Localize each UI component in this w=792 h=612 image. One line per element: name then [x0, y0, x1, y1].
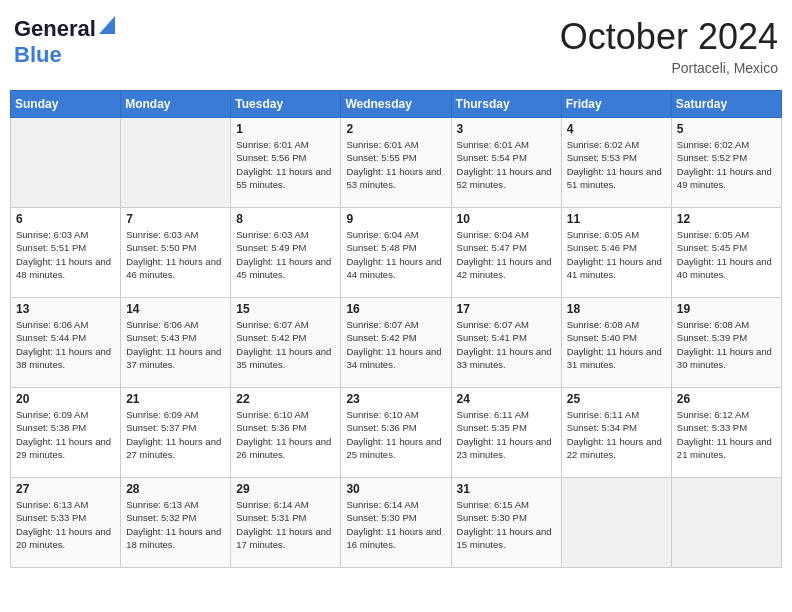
- day-number: 29: [236, 482, 335, 496]
- title-block: October 2024 Portaceli, Mexico: [560, 16, 778, 76]
- day-detail: Sunrise: 6:14 AMSunset: 5:31 PMDaylight:…: [236, 498, 335, 551]
- day-cell: 16Sunrise: 6:07 AMSunset: 5:42 PMDayligh…: [341, 298, 451, 388]
- day-cell: 18Sunrise: 6:08 AMSunset: 5:40 PMDayligh…: [561, 298, 671, 388]
- page-header: General Blue October 2024 Portaceli, Mex…: [10, 10, 782, 82]
- day-cell: 8Sunrise: 6:03 AMSunset: 5:49 PMDaylight…: [231, 208, 341, 298]
- day-number: 21: [126, 392, 225, 406]
- day-number: 24: [457, 392, 556, 406]
- day-cell: 26Sunrise: 6:12 AMSunset: 5:33 PMDayligh…: [671, 388, 781, 478]
- day-cell: 14Sunrise: 6:06 AMSunset: 5:43 PMDayligh…: [121, 298, 231, 388]
- day-cell: 1Sunrise: 6:01 AMSunset: 5:56 PMDaylight…: [231, 118, 341, 208]
- day-number: 15: [236, 302, 335, 316]
- day-cell: 12Sunrise: 6:05 AMSunset: 5:45 PMDayligh…: [671, 208, 781, 298]
- day-cell: 3Sunrise: 6:01 AMSunset: 5:54 PMDaylight…: [451, 118, 561, 208]
- day-detail: Sunrise: 6:13 AMSunset: 5:32 PMDaylight:…: [126, 498, 225, 551]
- day-detail: Sunrise: 6:09 AMSunset: 5:37 PMDaylight:…: [126, 408, 225, 461]
- day-detail: Sunrise: 6:05 AMSunset: 5:45 PMDaylight:…: [677, 228, 776, 281]
- day-cell: [121, 118, 231, 208]
- week-row-1: 1Sunrise: 6:01 AMSunset: 5:56 PMDaylight…: [11, 118, 782, 208]
- day-detail: Sunrise: 6:03 AMSunset: 5:51 PMDaylight:…: [16, 228, 115, 281]
- day-detail: Sunrise: 6:10 AMSunset: 5:36 PMDaylight:…: [236, 408, 335, 461]
- day-cell: 28Sunrise: 6:13 AMSunset: 5:32 PMDayligh…: [121, 478, 231, 568]
- day-number: 7: [126, 212, 225, 226]
- day-detail: Sunrise: 6:08 AMSunset: 5:39 PMDaylight:…: [677, 318, 776, 371]
- day-cell: 13Sunrise: 6:06 AMSunset: 5:44 PMDayligh…: [11, 298, 121, 388]
- day-number: 20: [16, 392, 115, 406]
- day-number: 1: [236, 122, 335, 136]
- day-detail: Sunrise: 6:13 AMSunset: 5:33 PMDaylight:…: [16, 498, 115, 551]
- day-detail: Sunrise: 6:15 AMSunset: 5:30 PMDaylight:…: [457, 498, 556, 551]
- calendar-header-row: SundayMondayTuesdayWednesdayThursdayFrid…: [11, 91, 782, 118]
- logo-text-blue: Blue: [14, 42, 62, 67]
- week-row-4: 20Sunrise: 6:09 AMSunset: 5:38 PMDayligh…: [11, 388, 782, 478]
- day-cell: 22Sunrise: 6:10 AMSunset: 5:36 PMDayligh…: [231, 388, 341, 478]
- week-row-2: 6Sunrise: 6:03 AMSunset: 5:51 PMDaylight…: [11, 208, 782, 298]
- day-detail: Sunrise: 6:06 AMSunset: 5:44 PMDaylight:…: [16, 318, 115, 371]
- day-number: 19: [677, 302, 776, 316]
- month-title: October 2024: [560, 16, 778, 58]
- day-detail: Sunrise: 6:02 AMSunset: 5:53 PMDaylight:…: [567, 138, 666, 191]
- day-number: 22: [236, 392, 335, 406]
- day-number: 31: [457, 482, 556, 496]
- day-number: 17: [457, 302, 556, 316]
- day-number: 5: [677, 122, 776, 136]
- day-detail: Sunrise: 6:10 AMSunset: 5:36 PMDaylight:…: [346, 408, 445, 461]
- day-detail: Sunrise: 6:14 AMSunset: 5:30 PMDaylight:…: [346, 498, 445, 551]
- day-number: 25: [567, 392, 666, 406]
- logo-text-general: General: [14, 16, 96, 42]
- day-number: 10: [457, 212, 556, 226]
- day-cell: 7Sunrise: 6:03 AMSunset: 5:50 PMDaylight…: [121, 208, 231, 298]
- day-cell: 20Sunrise: 6:09 AMSunset: 5:38 PMDayligh…: [11, 388, 121, 478]
- day-cell: 25Sunrise: 6:11 AMSunset: 5:34 PMDayligh…: [561, 388, 671, 478]
- day-number: 18: [567, 302, 666, 316]
- day-cell: 29Sunrise: 6:14 AMSunset: 5:31 PMDayligh…: [231, 478, 341, 568]
- day-detail: Sunrise: 6:03 AMSunset: 5:50 PMDaylight:…: [126, 228, 225, 281]
- day-cell: 9Sunrise: 6:04 AMSunset: 5:48 PMDaylight…: [341, 208, 451, 298]
- day-number: 11: [567, 212, 666, 226]
- day-detail: Sunrise: 6:11 AMSunset: 5:34 PMDaylight:…: [567, 408, 666, 461]
- header-saturday: Saturday: [671, 91, 781, 118]
- header-monday: Monday: [121, 91, 231, 118]
- day-cell: [671, 478, 781, 568]
- header-sunday: Sunday: [11, 91, 121, 118]
- day-detail: Sunrise: 6:03 AMSunset: 5:49 PMDaylight:…: [236, 228, 335, 281]
- day-detail: Sunrise: 6:06 AMSunset: 5:43 PMDaylight:…: [126, 318, 225, 371]
- day-number: 26: [677, 392, 776, 406]
- day-detail: Sunrise: 6:01 AMSunset: 5:54 PMDaylight:…: [457, 138, 556, 191]
- day-cell: 17Sunrise: 6:07 AMSunset: 5:41 PMDayligh…: [451, 298, 561, 388]
- day-cell: 19Sunrise: 6:08 AMSunset: 5:39 PMDayligh…: [671, 298, 781, 388]
- day-cell: 31Sunrise: 6:15 AMSunset: 5:30 PMDayligh…: [451, 478, 561, 568]
- logo: General Blue: [14, 16, 115, 68]
- day-cell: 27Sunrise: 6:13 AMSunset: 5:33 PMDayligh…: [11, 478, 121, 568]
- day-cell: [11, 118, 121, 208]
- day-cell: 5Sunrise: 6:02 AMSunset: 5:52 PMDaylight…: [671, 118, 781, 208]
- header-wednesday: Wednesday: [341, 91, 451, 118]
- week-row-5: 27Sunrise: 6:13 AMSunset: 5:33 PMDayligh…: [11, 478, 782, 568]
- day-cell: 10Sunrise: 6:04 AMSunset: 5:47 PMDayligh…: [451, 208, 561, 298]
- day-detail: Sunrise: 6:04 AMSunset: 5:47 PMDaylight:…: [457, 228, 556, 281]
- day-cell: 21Sunrise: 6:09 AMSunset: 5:37 PMDayligh…: [121, 388, 231, 478]
- day-detail: Sunrise: 6:12 AMSunset: 5:33 PMDaylight:…: [677, 408, 776, 461]
- day-cell: 2Sunrise: 6:01 AMSunset: 5:55 PMDaylight…: [341, 118, 451, 208]
- day-cell: 24Sunrise: 6:11 AMSunset: 5:35 PMDayligh…: [451, 388, 561, 478]
- day-detail: Sunrise: 6:01 AMSunset: 5:55 PMDaylight:…: [346, 138, 445, 191]
- day-number: 6: [16, 212, 115, 226]
- day-detail: Sunrise: 6:11 AMSunset: 5:35 PMDaylight:…: [457, 408, 556, 461]
- day-number: 8: [236, 212, 335, 226]
- day-number: 9: [346, 212, 445, 226]
- week-row-3: 13Sunrise: 6:06 AMSunset: 5:44 PMDayligh…: [11, 298, 782, 388]
- day-detail: Sunrise: 6:02 AMSunset: 5:52 PMDaylight:…: [677, 138, 776, 191]
- day-cell: 4Sunrise: 6:02 AMSunset: 5:53 PMDaylight…: [561, 118, 671, 208]
- day-cell: 30Sunrise: 6:14 AMSunset: 5:30 PMDayligh…: [341, 478, 451, 568]
- day-number: 28: [126, 482, 225, 496]
- day-number: 27: [16, 482, 115, 496]
- day-number: 4: [567, 122, 666, 136]
- day-number: 14: [126, 302, 225, 316]
- day-detail: Sunrise: 6:01 AMSunset: 5:56 PMDaylight:…: [236, 138, 335, 191]
- day-detail: Sunrise: 6:07 AMSunset: 5:42 PMDaylight:…: [346, 318, 445, 371]
- logo-arrow-icon: [99, 16, 115, 34]
- day-number: 13: [16, 302, 115, 316]
- day-number: 30: [346, 482, 445, 496]
- day-cell: 11Sunrise: 6:05 AMSunset: 5:46 PMDayligh…: [561, 208, 671, 298]
- day-cell: [561, 478, 671, 568]
